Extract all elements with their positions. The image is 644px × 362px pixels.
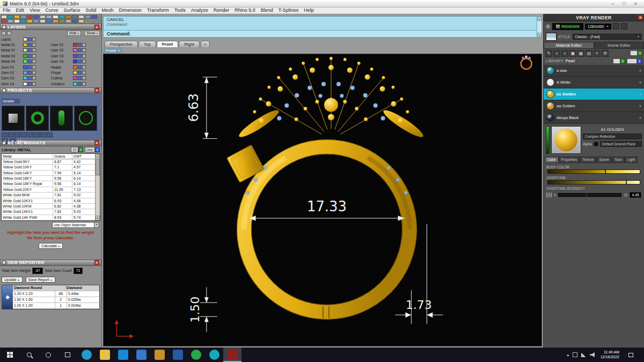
toolbar-icon[interactable]: [14, 19, 20, 23]
layer-lock-icon[interactable]: [78, 71, 82, 75]
layer-item[interactable]: Finger: [51, 70, 101, 75]
dim-thickness[interactable]: 1.50: [188, 287, 217, 332]
body-color-slider[interactable]: [547, 169, 640, 174]
layer-color-swatch[interactable]: [23, 65, 27, 69]
layer-lock-icon[interactable]: [78, 65, 82, 69]
dim-height[interactable]: 6.63: [186, 77, 217, 139]
minimize-button[interactable]: –: [611, 0, 614, 8]
column-header[interactable]: Metal: [2, 154, 53, 159]
project-thumbnail[interactable]: [74, 106, 97, 131]
taskbar-app-button[interactable]: [205, 348, 223, 362]
project-tool-icon[interactable]: [27, 132, 33, 137]
material-item[interactable]: Akoya Black ×: [544, 112, 644, 124]
close-icon[interactable]: ×: [94, 88, 99, 93]
table-scrollbar[interactable]: ▲ ▼: [95, 154, 100, 221]
save-report-button[interactable]: Save Report▸: [26, 277, 55, 283]
project-thumbnail[interactable]: [26, 106, 49, 131]
project-thumbnail[interactable]: [50, 106, 73, 131]
ground-plane-option[interactable]: Default Ground Plane: [600, 141, 642, 147]
layer-item[interactable]: Heads: [51, 64, 101, 70]
metal-table-row[interactable]: Yellow Gold:10KY 7.1 4.57: [2, 165, 95, 170]
intensity-slider[interactable]: [558, 193, 622, 197]
scroll-thumb[interactable]: [96, 159, 100, 175]
toolbar-icon[interactable]: [53, 15, 58, 19]
project-tool-icon[interactable]: [8, 132, 14, 137]
menu-item[interactable]: Render: [211, 8, 232, 13]
layer-item[interactable]: User 01: [51, 42, 101, 47]
delete-layer-icon[interactable]: [7, 31, 11, 35]
layer-name[interactable]: Creation: [51, 82, 72, 86]
gem-table-row[interactable]: 1.50 X 1.50 2 0.025tw: [13, 297, 99, 303]
overtone-slider[interactable]: [547, 180, 640, 184]
layer-lock-icon[interactable]: [78, 54, 82, 58]
layer-name[interactable]: Metal 01: [1, 43, 23, 47]
display-icon[interactable]: [573, 352, 577, 357]
layer-color-swatch[interactable]: [23, 60, 27, 63]
layer-name[interactable]: Metal 03: [1, 54, 23, 58]
gem-table-row[interactable]: 1.20 X 1.20 68 0.44tw: [13, 291, 99, 297]
toolbar-icon[interactable]: [85, 15, 91, 19]
menu-item[interactable]: Solid: [83, 8, 99, 13]
view-tab[interactable]: Top: [138, 41, 156, 47]
toolbar-icon[interactable]: [46, 15, 52, 19]
layer-lock-icon[interactable]: [78, 60, 82, 63]
ring-render[interactable]: 6.63 17.33 1.50: [104, 54, 541, 346]
toolbar-icon[interactable]: [65, 19, 71, 23]
layer-color-swatch[interactable]: [73, 71, 77, 75]
scroll-down-icon[interactable]: ▼: [537, 33, 541, 37]
layer-name[interactable]: User 04: [51, 60, 72, 63]
layer-lock-icon[interactable]: [28, 76, 32, 80]
layer-name[interactable]: Gem 04: [1, 82, 23, 86]
layer-color-swatch[interactable]: [73, 60, 77, 63]
property-tab[interactable]: Texture: [580, 157, 596, 163]
menu-item[interactable]: File: [0, 8, 13, 13]
scroll-up-icon[interactable]: ▲: [537, 17, 541, 21]
delete-material-icon[interactable]: ×: [639, 116, 641, 120]
toolbar-icon[interactable]: [78, 19, 84, 23]
ring-model[interactable]: [226, 57, 426, 319]
command-area[interactable]: CANCEL Command: Command: ▲ ▼: [103, 16, 542, 38]
style-thumbnail[interactable]: [546, 33, 557, 41]
menu-item[interactable]: Dimension: [116, 8, 144, 13]
layer-name[interactable]: Gem 03: [1, 76, 23, 80]
layer-color-swatch[interactable]: [73, 54, 77, 58]
layer-item[interactable]: Metal 03: [1, 53, 51, 58]
layer-lock-icon[interactable]: [28, 65, 32, 69]
toolbar-icon[interactable]: [65, 15, 71, 19]
3v-toggle[interactable]: 3V1: [613, 58, 625, 64]
property-tab[interactable]: Color: [545, 157, 559, 163]
action-center-button[interactable]: [625, 353, 636, 357]
command-scrollbar[interactable]: ▲ ▼: [537, 17, 541, 37]
metal-table-row[interactable]: White Gold:9KW 7.81 5.02: [2, 193, 95, 198]
style-dropdown[interactable]: Classic - (Fast) ▼: [573, 34, 642, 40]
material-preview[interactable]: [551, 126, 581, 154]
menu-item[interactable]: Mesh: [99, 8, 116, 13]
metal-table-row[interactable]: White Gold:10KW 6.82 4.38: [2, 204, 95, 209]
metal-table-row[interactable]: Yellow Gold:18KY Royal 9.56 6.14: [2, 181, 95, 187]
layer-color-swatch[interactable]: [23, 38, 27, 41]
metal-table-row[interactable]: White Gold:14K PdW 8.93 5.74: [2, 215, 95, 220]
layer-lock-icon[interactable]: [28, 82, 32, 86]
layer-item[interactable]: Gem 04: [1, 81, 51, 86]
close-icon[interactable]: ×: [94, 260, 99, 265]
layer-item[interactable]: Metal 04: [1, 59, 51, 64]
layer-lock-icon[interactable]: [28, 54, 32, 58]
user-toggle[interactable]: User1: [85, 147, 100, 152]
hide-dropdown[interactable]: Hide▾: [67, 31, 81, 36]
layer-item[interactable]: User 03: [51, 53, 101, 58]
clock[interactable]: 11:40 AM 12/16/2022: [598, 350, 621, 359]
project-thumbnail[interactable]: [2, 106, 25, 131]
layer-visibility-icon[interactable]: [82, 43, 86, 47]
layer-lock-icon[interactable]: [78, 48, 82, 52]
layer-name[interactable]: Cutting: [51, 76, 72, 80]
task-view-button[interactable]: [58, 348, 77, 362]
delete-material-icon[interactable]: ×: [639, 92, 641, 96]
menu-item[interactable]: Curve: [42, 8, 61, 13]
alpha-swatch[interactable]: [594, 142, 598, 146]
property-tab[interactable]: Properties: [559, 157, 580, 163]
ring-view-icon[interactable]: [521, 56, 532, 69]
toolbar-icon[interactable]: [8, 19, 13, 23]
taskbar-app-button[interactable]: [223, 348, 241, 362]
render-button[interactable]: RENDER: [552, 23, 583, 30]
toolbar-icon[interactable]: [72, 19, 78, 23]
